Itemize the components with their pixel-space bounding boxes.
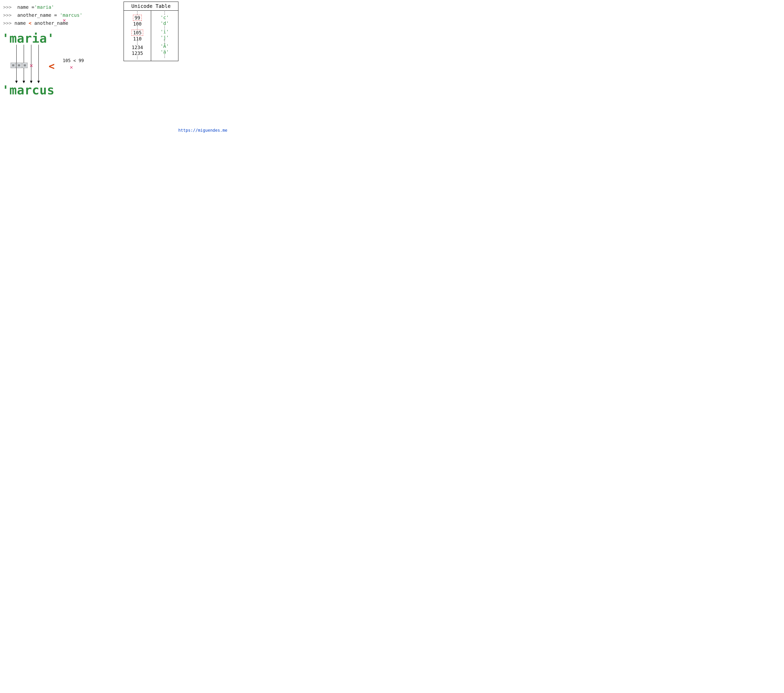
equals-box: =: [11, 63, 16, 68]
code-block: >>> name ='maria' >>> another_name = 'ma…: [3, 3, 82, 27]
cross-icon: ✕: [30, 62, 33, 69]
var-name: name: [17, 4, 28, 10]
char-literal: 'i': [160, 29, 169, 35]
code-line-3: >>> name < another_name: [3, 19, 82, 27]
equality-row: = = = ✕: [11, 62, 33, 69]
big-less-than-icon: <: [49, 60, 55, 72]
less-than-op: <: [29, 20, 31, 26]
equals-box: =: [22, 63, 28, 68]
cross-icon: ✕: [70, 64, 73, 70]
vdots-icon: ⋮: [163, 55, 167, 58]
unicode-table: Unicode Table ⋮ 99 100 ⋮ 105 110 ⋮ 1234 …: [124, 2, 178, 61]
prompt: >>>: [3, 12, 12, 18]
equals: =: [31, 4, 35, 10]
char-literal: 'c': [160, 15, 169, 20]
prompt: >>>: [3, 20, 12, 26]
equals: =: [54, 12, 57, 18]
var-name: name: [15, 20, 26, 26]
code-point: 99: [133, 15, 142, 21]
code-point: 1234: [130, 45, 144, 50]
var-name: another_name: [17, 12, 51, 18]
unicode-table-title: Unicode Table: [124, 2, 178, 11]
equals-box: =: [16, 63, 21, 68]
unicode-code-column: ⋮ 99 100 ⋮ 105 110 ⋮ 1234 1235 ⋮: [124, 11, 151, 61]
unicode-char-column: ⋮ 'c' 'd' ⋮ 'i' 'j' ⋮ 'Ä' 'ä' ⋮: [151, 11, 178, 61]
vdots-icon: ⋮: [163, 12, 167, 15]
cross-icon: ✕: [63, 17, 66, 23]
vdots-icon: ⋮: [135, 12, 139, 15]
comparison-expression: 105 < 99: [63, 58, 84, 63]
big-string-marcus: 'marcus: [2, 83, 54, 97]
prompt: >>>: [3, 4, 12, 10]
source-link[interactable]: https://miguendes.me: [178, 128, 227, 133]
char-literal: 'Ä': [160, 43, 169, 49]
vdots-icon: ⋮: [163, 41, 167, 43]
big-string-maria: 'maria': [2, 31, 54, 46]
code-line-2: >>> another_name = 'marcus': [3, 11, 82, 19]
vdots-icon: ⋮: [163, 26, 167, 29]
code-line-1: >>> name ='maria': [3, 3, 82, 11]
vdots-icon: ⋮: [135, 42, 139, 44]
code-point: 105: [132, 30, 143, 36]
string-literal: 'maria': [35, 4, 54, 10]
unicode-table-body: ⋮ 99 100 ⋮ 105 110 ⋮ 1234 1235 ⋮ ⋮ 'c' '…: [124, 11, 178, 61]
vdots-icon: ⋮: [135, 56, 139, 59]
vdots-icon: ⋮: [135, 27, 139, 30]
